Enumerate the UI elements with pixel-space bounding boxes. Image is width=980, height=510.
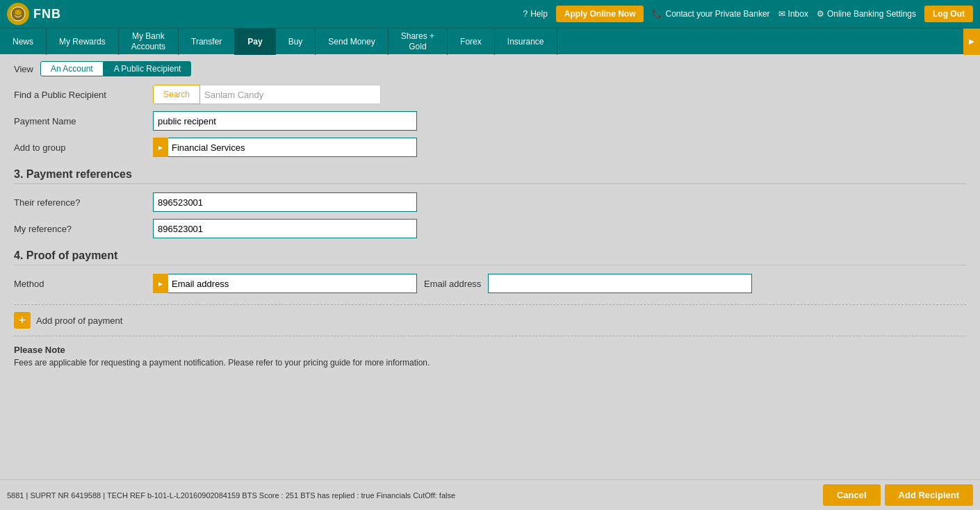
nav-rewards[interactable]: My Rewards: [47, 28, 119, 55]
nav-news[interactable]: News: [0, 28, 47, 55]
note-text: Fees are applicable for requesting a pay…: [14, 358, 966, 368]
note-title: Please Note: [14, 345, 966, 355]
method-select[interactable]: Email address SMS None: [153, 274, 417, 293]
settings-link[interactable]: ⚙ Online Banking Settings: [817, 9, 916, 19]
add-to-group-select[interactable]: Financial Services: [153, 138, 417, 157]
logo-text: FNB: [33, 7, 61, 22]
tab-an-account[interactable]: An Account: [40, 61, 104, 76]
navigation: News My Rewards My BankAccounts Transfer…: [0, 28, 980, 54]
add-to-group-row: Add to group ► Financial Services: [14, 138, 966, 157]
nav-buy[interactable]: Buy: [276, 28, 316, 55]
method-select-wrapper: ► Email address SMS None: [153, 274, 417, 293]
help-icon: ?: [523, 9, 528, 19]
method-label: Method: [14, 279, 153, 289]
email-address-label: Email address: [424, 279, 481, 289]
their-reference-label: Their reference?: [14, 197, 153, 208]
my-reference-row: My reference?: [14, 219, 966, 238]
phone-icon: 📞: [652, 9, 662, 19]
tab-public-recipient[interactable]: A Public Recipient: [104, 61, 192, 76]
nav-bank-accounts[interactable]: My BankAccounts: [119, 28, 179, 55]
apply-online-button[interactable]: Apply Online Now: [556, 6, 644, 22]
payment-name-row: Payment Name: [14, 111, 966, 131]
my-reference-label: My reference?: [14, 224, 153, 234]
add-recipient-button[interactable]: Add Recipient: [885, 484, 973, 489]
add-proof-label: Add proof of payment: [36, 315, 122, 326]
nav-transfer[interactable]: Transfer: [179, 28, 235, 55]
section4-header: 4. Proof of payment: [14, 249, 966, 265]
method-row: Method ► Email address SMS None Email ad…: [14, 274, 966, 293]
help-link[interactable]: ? Help: [523, 9, 547, 19]
section3-header: 3. Payment references: [14, 168, 966, 184]
search-input[interactable]: [200, 85, 381, 104]
note-section: Please Note Fees are applicable for requ…: [14, 345, 966, 368]
find-recipient-label: Find a Public Recipient: [14, 90, 153, 100]
email-address-input[interactable]: [488, 274, 752, 293]
nav-pay[interactable]: Pay: [235, 28, 275, 55]
contact-banker-link[interactable]: 📞 Contact your Private Banker: [652, 9, 769, 19]
logout-button[interactable]: Log Out: [924, 6, 973, 22]
inbox-icon: ✉: [778, 9, 785, 19]
gear-icon: ⚙: [817, 9, 824, 19]
nav-forex[interactable]: Forex: [448, 28, 495, 55]
add-to-group-label: Add to group: [14, 142, 153, 153]
cancel-button[interactable]: Cancel: [823, 484, 881, 489]
logo-icon: [7, 3, 29, 25]
nav-send-money[interactable]: Send Money: [316, 28, 388, 55]
add-to-group-select-wrapper: ► Financial Services: [153, 138, 417, 157]
footer: 5881 | SUPRT NR 6419588 | TECH REF b-101…: [0, 479, 980, 489]
payment-name-input[interactable]: [153, 111, 417, 131]
nav-insurance[interactable]: Insurance: [495, 28, 557, 55]
add-proof-button[interactable]: +: [14, 312, 31, 329]
header: FNB ? Help Apply Online Now 📞 Contact yo…: [0, 0, 980, 28]
payment-name-label: Payment Name: [14, 116, 153, 126]
svg-point-1: [15, 10, 22, 15]
find-recipient-row: Find a Public Recipient Search: [14, 85, 966, 104]
their-reference-row: Their reference?: [14, 192, 966, 212]
nav-more-button[interactable]: ►: [963, 28, 980, 55]
their-reference-input[interactable]: [153, 192, 417, 212]
inbox-link[interactable]: ✉ Inbox: [778, 9, 808, 19]
main-content: View An Account A Public Recipient Find …: [0, 54, 980, 489]
view-row: View An Account A Public Recipient: [14, 61, 966, 76]
search-button[interactable]: Search: [153, 85, 200, 104]
nav-shares-gold[interactable]: Shares +Gold: [389, 28, 448, 55]
my-reference-input[interactable]: [153, 219, 417, 238]
add-proof-row: + Add proof of payment: [14, 304, 966, 336]
footer-buttons: Cancel Add Recipient: [823, 484, 973, 489]
view-label: View: [14, 64, 33, 74]
logo: FNB: [7, 3, 61, 25]
